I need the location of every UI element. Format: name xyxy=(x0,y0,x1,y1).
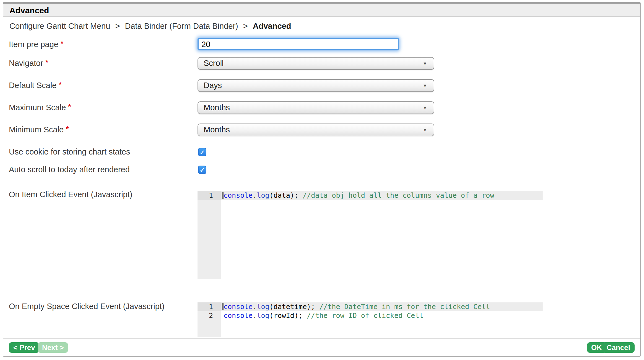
breadcrumb-item-advanced: Advanced xyxy=(253,22,291,30)
code-line: console.log(rowId); //the row ID of clic… xyxy=(221,311,637,320)
maximum-scale-selected-value: Months xyxy=(204,103,230,112)
advanced-settings-dialog: Advanced Configure Gantt Chart Menu > Da… xyxy=(0,0,644,360)
required-asterisk: * xyxy=(66,125,69,133)
on-item-clicked-label: On Item Clicked Event (Javascript) xyxy=(9,190,132,199)
footer-divider xyxy=(3,338,640,339)
dialog-title: Advanced xyxy=(3,4,640,17)
minimum-scale-select[interactable]: Months ▼ xyxy=(198,124,434,136)
chevron-down-icon: ▼ xyxy=(423,80,427,91)
breadcrumb-separator: > xyxy=(115,22,120,30)
navigator-selected-value: Scroll xyxy=(204,59,224,68)
chevron-down-icon: ▼ xyxy=(423,102,427,114)
default-scale-label: Default Scale* xyxy=(9,81,62,90)
cancel-button[interactable]: Cancel xyxy=(602,342,635,353)
breadcrumb-item-data-binder[interactable]: Data Binder (Form Data Binder) xyxy=(125,22,238,30)
editor-line-number-gutter: 1 xyxy=(198,191,221,279)
minimum-scale-selected-value: Months xyxy=(204,125,230,134)
minimum-scale-label: Minimum Scale* xyxy=(9,125,69,134)
code-line: console.log(data); //data obj hold all t… xyxy=(221,191,637,200)
next-button-disabled[interactable]: Next > xyxy=(38,342,68,353)
auto-scroll-label: Auto scroll to today after rendered xyxy=(9,165,130,174)
use-cookie-checkbox[interactable]: ✓ xyxy=(198,148,206,156)
required-asterisk: * xyxy=(45,58,48,66)
maximum-scale-label: Maximum Scale* xyxy=(9,103,71,112)
dialog-title-text: Advanced xyxy=(9,6,49,15)
check-icon: ✓ xyxy=(200,149,205,156)
default-scale-selected-value: Days xyxy=(204,81,222,90)
breadcrumb: Configure Gantt Chart Menu > Data Binder… xyxy=(9,21,291,31)
line-number: 1 xyxy=(198,191,221,200)
dialog-panel: Advanced Configure Gantt Chart Menu > Da… xyxy=(3,2,641,357)
item-per-page-input[interactable] xyxy=(198,38,399,50)
editor-margin-ruler xyxy=(543,191,543,279)
breadcrumb-item-configure-gantt-chart-menu[interactable]: Configure Gantt Chart Menu xyxy=(9,22,110,30)
on-item-clicked-code-editor[interactable]: 1 console.log(data); //data obj hold all… xyxy=(198,191,637,279)
auto-scroll-checkbox[interactable]: ✓ xyxy=(198,166,206,174)
on-empty-space-clicked-code-editor[interactable]: 1 2 console.log(datetime); //the DateTim… xyxy=(198,302,637,337)
code-line: console.log(datetime); //the DateTime in… xyxy=(221,302,637,311)
required-asterisk: * xyxy=(68,102,71,111)
maximum-scale-select[interactable]: Months ▼ xyxy=(198,101,434,114)
text-cursor xyxy=(222,303,224,310)
default-scale-select[interactable]: Days ▼ xyxy=(198,79,434,92)
required-asterisk: * xyxy=(61,39,63,48)
on-empty-space-clicked-label: On Empty Space Clicked Event (Javascript… xyxy=(9,302,165,311)
editor-line-number-gutter: 1 2 xyxy=(198,302,221,337)
chevron-down-icon: ▼ xyxy=(423,58,427,69)
navigator-label: Navigator* xyxy=(9,59,48,68)
chevron-down-icon: ▼ xyxy=(423,124,427,136)
text-cursor xyxy=(222,192,224,199)
check-icon: ✓ xyxy=(200,167,205,173)
line-number: 1 xyxy=(198,302,221,311)
line-number: 2 xyxy=(198,311,221,320)
prev-button[interactable]: < Prev xyxy=(9,342,40,353)
editor-margin-ruler xyxy=(543,302,543,337)
item-per-page-label: Item pre page* xyxy=(9,40,63,49)
breadcrumb-separator: > xyxy=(243,22,248,30)
required-asterisk: * xyxy=(59,80,62,89)
navigator-select[interactable]: Scroll ▼ xyxy=(198,57,434,70)
use-cookie-label: Use cookie for storing chart states xyxy=(9,147,130,156)
